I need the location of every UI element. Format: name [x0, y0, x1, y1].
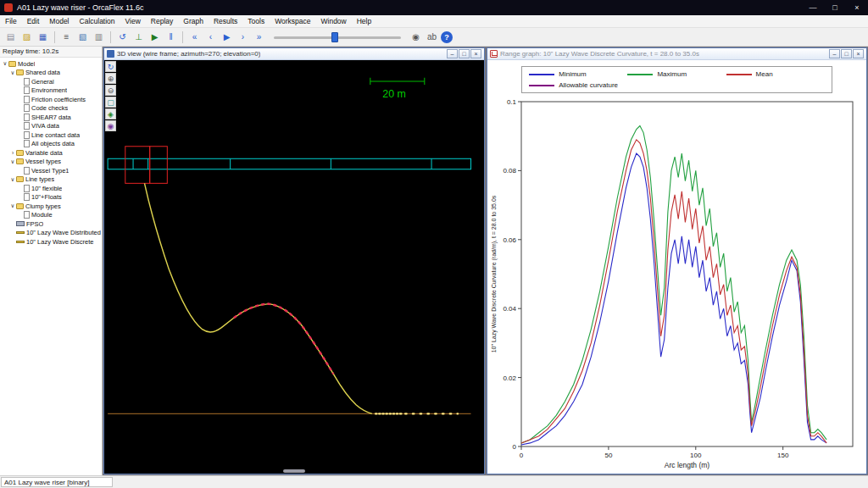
tree-item-label: SHEAR7 data	[31, 114, 71, 121]
view3d-window-icon	[107, 50, 114, 58]
tree-item-10-lazy-wave-discrete[interactable]: 10" Lazy Wave Discrete	[0, 237, 102, 247]
orcaflex-logo-icon	[4, 3, 13, 12]
menu-file[interactable]: File	[0, 17, 22, 25]
view3d-titlebar[interactable]: 3D view (wire frame; azimuth=270; elevat…	[104, 48, 484, 60]
svg-text:0.08: 0.08	[503, 167, 516, 175]
view3d-hscrollbar[interactable]	[283, 469, 305, 473]
view3d-toolbar: ↻⊕⊖▢◈◉	[105, 61, 118, 131]
tree-item-10-lazy-wave-distributed[interactable]: 10" Lazy Wave Distributed	[0, 229, 102, 238]
view3d-canvas[interactable]: 20 m	[104, 60, 484, 474]
replay-time-label: Replay time: 10.2s	[0, 47, 102, 58]
svg-text:0.1: 0.1	[507, 98, 517, 106]
model-browser-icon[interactable]: ≡	[59, 30, 74, 44]
new-3d-view-icon[interactable]: ▧	[75, 30, 90, 44]
tree-item-model[interactable]: ∨Model	[0, 59, 102, 69]
tree-expander-icon[interactable]: ∨	[9, 69, 16, 76]
menu-edit[interactable]: Edit	[22, 17, 45, 25]
graph-maximize-button[interactable]: □	[841, 49, 852, 58]
close-button[interactable]: ×	[846, 0, 868, 15]
view3d-close-button[interactable]: ×	[470, 49, 481, 58]
show-labels-icon[interactable]: ab	[425, 30, 439, 44]
open-model-icon[interactable]: ▨	[19, 30, 34, 44]
help-icon[interactable]: ?	[441, 31, 453, 43]
slider-thumb[interactable]	[331, 32, 338, 42]
tree-item-vessel-type1[interactable]: Vessel Type1	[0, 166, 102, 175]
tree-expander-icon[interactable]: ›	[9, 150, 16, 156]
save-model-icon[interactable]: ▦	[36, 30, 50, 44]
tree-item-variable-data[interactable]: ›Variable data	[0, 148, 102, 158]
tree-item-vessel-types[interactable]: ∨Vessel types	[0, 158, 102, 167]
menu-results[interactable]: Results	[209, 17, 242, 25]
menu-graph[interactable]: Graph	[178, 17, 209, 25]
graph-close-button[interactable]: ×	[853, 49, 864, 58]
replay-speed-slider[interactable]	[274, 30, 401, 44]
doc-icon	[24, 96, 30, 103]
menu-view[interactable]: View	[120, 17, 146, 25]
pause-simulation-icon[interactable]: ‖	[164, 30, 178, 44]
tree-item-all-objects-data[interactable]: All objects data	[0, 140, 102, 149]
range-graph-window-icon	[490, 50, 498, 58]
replay-step-start-icon[interactable]: «	[187, 30, 202, 44]
menu-tools[interactable]: Tools	[242, 17, 270, 25]
toolbar-separator	[54, 31, 55, 43]
lazy-wave-riser-line	[144, 183, 458, 413]
tree-item-friction-coefficients[interactable]: Friction coefficients	[0, 95, 102, 104]
replay-step-back-icon[interactable]: ‹	[203, 30, 218, 44]
view3d-scene: 20 m	[104, 60, 484, 474]
tree-item-clump-types[interactable]: ∨Clump types	[0, 202, 102, 211]
vessel-icon	[16, 221, 25, 226]
tree-item-label: Code checks	[31, 104, 68, 112]
tree-expander-icon[interactable]: ∨	[9, 202, 16, 209]
tree-expander-icon[interactable]: ∨	[9, 176, 16, 183]
tree-item-viva-data[interactable]: VIVA data	[0, 122, 102, 131]
range-graph-titlebar[interactable]: Range graph: 10" Lazy Wave Discrete Curv…	[487, 48, 866, 60]
legend-swatch	[529, 85, 554, 86]
maximize-button[interactable]: □	[824, 0, 846, 15]
tree-item-environment[interactable]: Environment	[0, 86, 102, 96]
svg-text:0.06: 0.06	[503, 236, 516, 244]
tree-item-code-checks[interactable]: Code checks	[0, 104, 102, 114]
tree-item-10-floats[interactable]: 10"+Floats	[0, 193, 102, 202]
tree-expander-icon[interactable]: ∨	[9, 158, 16, 165]
tree-item-fpso[interactable]: FPSO	[0, 219, 102, 229]
view3d-minimize-button[interactable]: –	[447, 49, 458, 58]
graph-minimize-button[interactable]: –	[829, 49, 840, 58]
svg-text:0: 0	[520, 452, 524, 459]
tree-item-shared-data[interactable]: ∨Shared data	[0, 69, 102, 78]
tree-item-line-contact-data[interactable]: Line contact data	[0, 130, 102, 140]
run-dynamics-icon[interactable]: ▶	[147, 30, 162, 44]
view3d-maximize-button[interactable]: □	[459, 49, 470, 58]
new-model-icon[interactable]: ▤	[3, 30, 18, 44]
examine-mode-icon[interactable]: ◉	[409, 30, 423, 44]
replay-play-icon[interactable]: ▶	[220, 30, 234, 44]
static-analysis-icon[interactable]: ⊥	[131, 30, 146, 44]
legend-label: Maximum	[657, 70, 687, 78]
replay-step-end-icon[interactable]: »	[252, 30, 266, 44]
tree-item-10-flexible[interactable]: 10" flexible	[0, 184, 102, 193]
tree-item-line-types[interactable]: ∨Line types	[0, 175, 102, 185]
range-graph-title: Range graph: 10" Lazy Wave Discrete Curv…	[500, 50, 699, 58]
zoom-in-icon[interactable]: ⊕	[105, 73, 116, 84]
camera-icon[interactable]: ◉	[105, 120, 116, 131]
zoom-out-icon[interactable]: ⊖	[105, 85, 116, 96]
select-box-icon[interactable]: ▢	[105, 97, 116, 108]
replay-step-forward-icon[interactable]: ›	[236, 30, 250, 44]
properties-icon[interactable]: ▥	[92, 30, 106, 44]
rotate-view-icon[interactable]: ↻	[105, 61, 116, 72]
menu-calculation[interactable]: Calculation	[75, 17, 120, 25]
menu-workspace[interactable]: Workspace	[270, 17, 315, 25]
menu-model[interactable]: Model	[44, 17, 74, 25]
tree-item-module[interactable]: Module	[0, 211, 102, 220]
tree-item-general[interactable]: General	[0, 77, 102, 86]
svg-text:0: 0	[513, 443, 517, 451]
minimize-button[interactable]: —	[802, 0, 824, 15]
tree-item-shear7-data[interactable]: SHEAR7 data	[0, 113, 102, 122]
tree-item-label: Variable data	[25, 149, 63, 157]
menu-window[interactable]: Window	[316, 17, 352, 25]
reset-model-icon[interactable]: ↺	[115, 30, 130, 44]
menu-replay[interactable]: Replay	[146, 17, 178, 25]
legend-item-minimum: Minimum	[529, 70, 627, 78]
menu-help[interactable]: Help	[352, 17, 376, 25]
measure-icon[interactable]: ◈	[105, 108, 116, 119]
tree-expander-icon[interactable]: ∨	[2, 60, 8, 67]
